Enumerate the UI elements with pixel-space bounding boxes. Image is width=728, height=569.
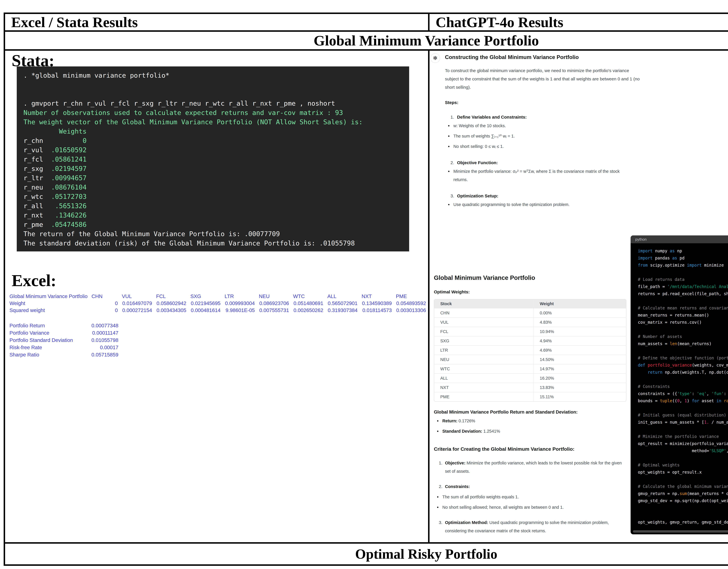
terminal-line: The weight vector of the Global Minimum …	[23, 117, 402, 127]
excel-value-cell: 0.009993004	[223, 300, 257, 307]
excel-value-cell: 0.000481614	[188, 307, 222, 314]
code-line: cov_matrix = returns.cov()	[638, 319, 728, 326]
step-bullet: No short selling: 0 ≤ wᵢ ≤ 1.	[445, 142, 627, 151]
stat-label: Portfolio Standard Deviation	[9, 337, 73, 344]
code-line: num_assets = len(mean_returns)	[638, 340, 728, 347]
criteria-heading: Criteria for Creating the Global Minimum…	[434, 446, 628, 452]
excel-value-cell: 0	[89, 307, 120, 314]
code-line: method='SLSQP', bounds=bounds, constrain…	[638, 447, 728, 454]
stock-cell: ALL	[434, 373, 533, 383]
code-line: # Define the objective function (portfol…	[638, 355, 728, 362]
terminal-line	[23, 80, 402, 89]
excel-value-cell: 0.007555731	[257, 307, 291, 314]
criteria-item-2: 2. Constraints:	[434, 483, 628, 491]
stat-label: Sharpe Ratio	[9, 351, 39, 358]
weights-table-row: WTC 14.97%	[434, 364, 626, 373]
stat-label: Portfolio Variance	[9, 329, 49, 337]
weights-table-row: LTR 4.69%	[434, 346, 626, 355]
weight-cell: 15.11%	[533, 392, 626, 401]
stock-cell: WTC	[434, 364, 533, 373]
excel-value-cell: 0.319307384	[325, 307, 359, 314]
code-content: import numpy as npimport pandas as pdfro…	[631, 243, 728, 526]
code-line	[638, 426, 728, 433]
constraint-bullet: The sum of all portfolio weights equals …	[434, 493, 609, 501]
chatgpt-cell: ✻ Constructing the Global Minimum Varian…	[430, 51, 728, 542]
stock-cell: LTR	[434, 346, 533, 355]
code-line: return np.dot(weights.T, np.dot(cov_matr…	[638, 369, 728, 376]
code-line: # Calculate the global minimum variance …	[638, 483, 728, 490]
terminal-line: r_nxt .1346226	[23, 211, 402, 220]
steps-label: Steps:	[445, 100, 640, 105]
step-bullet: Use quadratic programming to solve the o…	[445, 200, 627, 209]
weights-table-row: VUL 4.83%	[434, 318, 626, 327]
header-cell-left: Excel / Stata Results	[5, 14, 430, 30]
weight-column-header: Weight	[533, 300, 626, 308]
code-line: # Initial guess (equal distribution)	[638, 412, 728, 419]
optimal-weights-label: Optimal Weights:	[434, 290, 628, 295]
excel-column-header: NXT	[359, 293, 394, 300]
terminal-line: The return of the Global Minimum Varianc…	[23, 229, 402, 238]
excel-value-cell: 0.003434305	[154, 307, 188, 314]
step-number: 1.	[450, 115, 454, 120]
weights-table-row: PME 15.11%	[434, 392, 626, 401]
excel-stata-cell: Stata: . *global minimum variance portfo…	[5, 51, 430, 542]
terminal-line: r_all .5651326	[23, 201, 402, 211]
step-1-bullets: w: Weights of the 10 stocks.The sum of w…	[445, 122, 627, 151]
stock-cell: CHN	[434, 308, 533, 318]
chat-intro: To construct the global minimum variance…	[445, 66, 640, 91]
weights-table-header-row: Stock Weight	[434, 300, 626, 308]
excel-value-cell: 0.086923706	[257, 300, 291, 307]
stat-row: Risk-free Rate 0.00017	[9, 344, 118, 351]
step-item-1: 1. Define Variables and Constraints:	[445, 115, 640, 120]
excel-column-header: WTC	[291, 293, 325, 300]
weight-cell: 4.83%	[533, 318, 626, 327]
weights-table-row: FCL 10.94%	[434, 327, 626, 336]
code-line	[638, 476, 728, 483]
stat-row: Portfolio Return 0.00077348	[9, 322, 118, 329]
terminal-line: The standard deviation (risk) of the Glo…	[23, 238, 402, 248]
left-column-title: Excel / Stata Results	[11, 15, 138, 30]
constraints-bullets: The sum of all portfolio weights equals …	[434, 493, 609, 511]
terminal-line: . gmvport r_chn r_vul r_fcl r_sxg r_ltr …	[23, 99, 402, 108]
code-line: # Minimize the portfolio variance	[638, 433, 728, 440]
excel-column-header: NEU	[257, 293, 291, 300]
step-2-bullets: Minimize the portfolio variance: σₚ² = w…	[445, 167, 627, 184]
code-line: opt_weights, gmvp_return, gmvp_std_dev	[638, 519, 728, 526]
stat-row: Portfolio Variance 0.00011147	[9, 329, 118, 337]
stata-terminal: . *global minimum variance portfolio* . …	[17, 66, 409, 251]
bottom-section-title-row: Optimal Risky Portfolio	[5, 542, 728, 564]
header-cell-right: ChatGPT-4o Results	[430, 14, 728, 30]
code-line: opt_result = minimize(portfolio_variance…	[638, 440, 728, 447]
excel-value-cell: 0.051480691	[291, 300, 325, 307]
step-bullet: w: Weights of the 10 stocks.	[445, 122, 627, 130]
step-bullet: The sum of weights ∑ᵢ₌₁¹⁰ wᵢ = 1.	[445, 132, 627, 140]
code-line: # Load returns data	[638, 276, 728, 283]
code-horizontal-scrollbar[interactable]	[633, 530, 728, 533]
excel-value-cell: 0.021945695	[188, 300, 222, 307]
chatgpt-logo-icon: ✻	[430, 53, 440, 63]
code-line	[638, 269, 728, 276]
criteria-item-3: 3. Optimization Method: Used quadratic p…	[434, 518, 628, 535]
chat-answer-top: ✻ Constructing the Global Minimum Varian…	[430, 52, 643, 209]
terminal-line: r_sxg .02194597	[23, 164, 402, 173]
step-number: 3.	[450, 193, 454, 198]
stat-label: Risk-free Rate	[9, 344, 42, 351]
stock-cell: NEU	[434, 355, 533, 364]
code-line: import pandas as pd	[638, 254, 728, 261]
weight-cell: 4.69%	[533, 346, 626, 355]
excel-value-cell: 0.000272154	[120, 307, 154, 314]
stock-cell: NXT	[434, 383, 533, 392]
terminal-line: Weights	[23, 127, 402, 136]
right-column-title: ChatGPT-4o Results	[436, 15, 563, 30]
stat-value: 0.00017	[100, 344, 118, 351]
terminal-line: r_fcl .05861241	[23, 155, 402, 164]
stat-row: Sharpe Ratio 0.05715859	[9, 351, 118, 358]
weights-table-row: SXG 4.94%	[434, 336, 626, 346]
step-title: Objective Function:	[457, 160, 498, 165]
excel-weights-table: Global Minimum Variance PortfolioCHNVULF…	[9, 293, 428, 314]
stock-cell: VUL	[434, 318, 533, 327]
code-line	[638, 347, 728, 355]
code-line	[638, 326, 728, 333]
stat-value: 0.00011147	[92, 329, 118, 337]
stock-column-header: Stock	[434, 300, 533, 308]
